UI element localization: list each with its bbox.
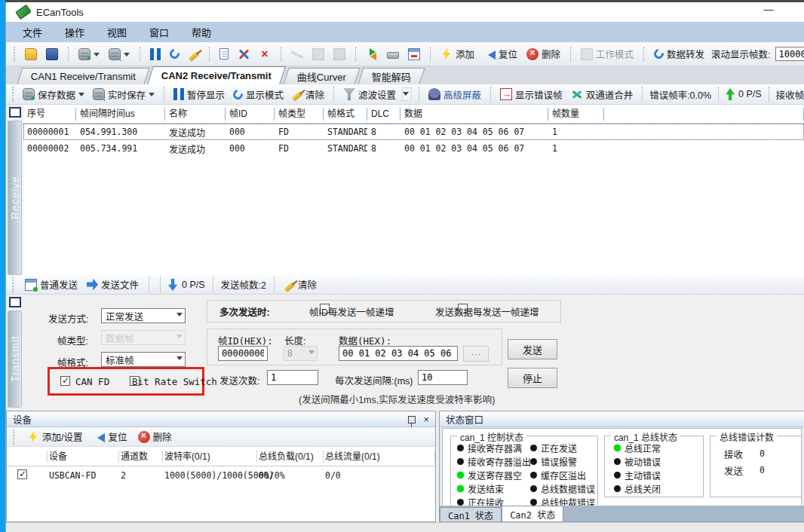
col-header-bus-load[interactable]: 总线负载(0/1) — [257, 451, 324, 463]
tab-smart-decode[interactable]: 智能解码 — [358, 68, 425, 84]
minimize-button[interactable]: — — [757, 4, 780, 19]
separator — [718, 87, 719, 102]
refresh-button[interactable] — [167, 47, 182, 60]
device-table-row[interactable]: USBCAN-FD 2 1000(5000)/1000(5000) 0%/0% … — [7, 466, 435, 485]
broom-icon — [189, 51, 200, 62]
dual-channel-merge-button[interactable]: 双通道合并 — [569, 86, 636, 103]
table-row[interactable]: 00000002 005.734.991 发送成功 000 FD STANDAR… — [23, 140, 804, 157]
load-data-dropdown-button[interactable] — [106, 47, 132, 62]
realtime-save-button[interactable]: 实时保存 — [91, 86, 157, 103]
clear-transmit-button[interactable]: 清除 — [282, 276, 319, 293]
device-reset-button[interactable]: 复位 — [91, 428, 129, 445]
reset-device-button[interactable]: 复位 — [481, 45, 520, 63]
canfd-checkbox[interactable] — [60, 376, 70, 386]
send-button[interactable]: 发送 — [508, 339, 557, 359]
col-header-frame-count[interactable]: 帧数量 — [548, 108, 604, 121]
save-icon — [46, 48, 58, 60]
show-error-frames-button[interactable]: 显示错误帧 — [498, 86, 565, 103]
delete-circle-icon — [138, 431, 150, 443]
window-title: ECanTools — [36, 7, 84, 18]
chevron-down-icon — [176, 356, 183, 363]
normal-send-button[interactable]: 普通发送 — [23, 276, 80, 293]
document-icon — [219, 48, 229, 60]
copy-button — [310, 47, 327, 62]
led-icon — [614, 485, 621, 492]
device-row-checkbox[interactable] — [17, 469, 27, 479]
led-icon — [530, 458, 537, 465]
bus-error-counter-group: 总线错误计数 接收0 发送0 — [710, 436, 802, 497]
display-mode-button[interactable]: 显示模式 — [231, 86, 286, 103]
menu-window[interactable]: 窗口 — [149, 25, 169, 39]
col-header-interval[interactable]: 帧间隔时间us — [76, 108, 165, 121]
led-icon — [457, 458, 464, 465]
led-icon — [457, 445, 464, 451]
col-header-frame-id[interactable]: 帧ID — [226, 108, 275, 121]
chevron-down-icon — [403, 92, 409, 99]
col-header-dlc[interactable]: DLC — [367, 108, 400, 121]
send-file-button[interactable]: 发送文件 — [84, 276, 141, 293]
tab-can1-status[interactable]: Can1 状态 — [440, 507, 502, 521]
tab-can2-status[interactable]: Can2 状态 — [502, 506, 563, 521]
scroll-frames-input[interactable] — [775, 47, 804, 61]
pause-button[interactable] — [148, 47, 163, 62]
stop-button[interactable]: 停止 — [508, 368, 557, 388]
tools-button[interactable] — [235, 47, 252, 62]
interval-input[interactable] — [418, 370, 468, 385]
delete-frame-button[interactable]: × — [256, 47, 273, 62]
filter-combobox[interactable] — [402, 87, 412, 101]
status-panel-title: 状态窗口 — [446, 412, 483, 427]
col-header-frame-format[interactable]: 帧格式 — [324, 108, 367, 121]
transmit-select-all-checkbox[interactable] — [9, 297, 21, 307]
save-data-button[interactable]: 保存数据 — [20, 86, 87, 103]
tab-can1-receive-transmit[interactable]: CAN1 Receive/Transmit — [17, 68, 149, 84]
clear-button[interactable] — [186, 48, 201, 60]
table-row[interactable]: 00000001 054.991.300 发送成功 000 FD STANDAR… — [23, 124, 804, 140]
send-times-input[interactable] — [267, 370, 318, 385]
menu-file[interactable]: 文件 — [23, 25, 42, 39]
menu-help[interactable]: 帮助 — [192, 25, 211, 39]
window-button[interactable] — [406, 47, 422, 62]
send-times-label: 发送次数: — [219, 373, 259, 387]
delete-device-button[interactable]: 删除 — [524, 45, 563, 63]
display-mode-icon — [231, 87, 244, 101]
menu-view[interactable]: 视图 — [107, 25, 127, 39]
length-combobox[interactable]: 8 — [283, 346, 318, 361]
frame-format-combobox[interactable]: 标准帧 — [101, 352, 186, 367]
edit-frame-button[interactable] — [217, 47, 231, 61]
separator — [274, 277, 275, 292]
save-data-dropdown-button[interactable] — [76, 47, 102, 62]
device-add-settings-button[interactable]: 添加/设置 — [25, 428, 84, 445]
col-header-device[interactable]: 设备 — [48, 451, 119, 463]
tab-curve[interactable]: 曲线Curver — [283, 68, 360, 84]
toolbar-grip — [13, 430, 16, 445]
pause-display-button[interactable]: 暂停显示 — [171, 86, 227, 103]
separator — [149, 277, 149, 292]
col-header-baudrate[interactable]: 波特率(0/1) — [163, 451, 257, 463]
col-header-bus-flow[interactable]: 总线流量(0/1) — [324, 451, 435, 463]
save-button[interactable] — [44, 47, 60, 62]
send-mode-combobox[interactable]: 正常发送 — [101, 308, 186, 323]
close-icon[interactable]: × — [423, 414, 429, 425]
filter-settings-button[interactable]: 滤波设置 — [341, 86, 398, 103]
col-header-data[interactable]: 数据 — [400, 108, 548, 121]
data-forward-button[interactable]: 数据转发 — [652, 45, 707, 63]
col-header-name[interactable]: 名称 — [165, 108, 226, 121]
data-hex-input[interactable] — [339, 346, 458, 361]
menu-operate[interactable]: 操作 — [65, 25, 84, 39]
col-header-seq[interactable]: 序号 — [23, 108, 76, 121]
tab-can2-receive-transmit[interactable]: CAN2 Receive/Transmit — [147, 66, 286, 84]
clear-receive-button[interactable]: 清除 — [290, 86, 327, 103]
receive-select-all-checkbox[interactable] — [9, 107, 21, 118]
add-device-button[interactable]: 添加 — [438, 45, 477, 63]
receive-side-tab[interactable]: Receive — [8, 121, 22, 275]
col-header-channels[interactable]: 通道数 — [119, 451, 163, 463]
pin-icon[interactable] — [408, 416, 416, 423]
device-delete-button[interactable]: 删除 — [136, 428, 174, 445]
usb-button[interactable] — [385, 47, 401, 60]
open-file-button[interactable] — [23, 47, 39, 62]
advanced-mask-button[interactable]: 高级屏蔽 — [426, 86, 483, 103]
frame-id-input[interactable] — [218, 346, 268, 361]
col-header-frame-type[interactable]: 帧类型 — [275, 108, 324, 121]
swap-button[interactable] — [364, 47, 380, 62]
transmit-side-tab[interactable]: Transmit — [8, 310, 22, 408]
